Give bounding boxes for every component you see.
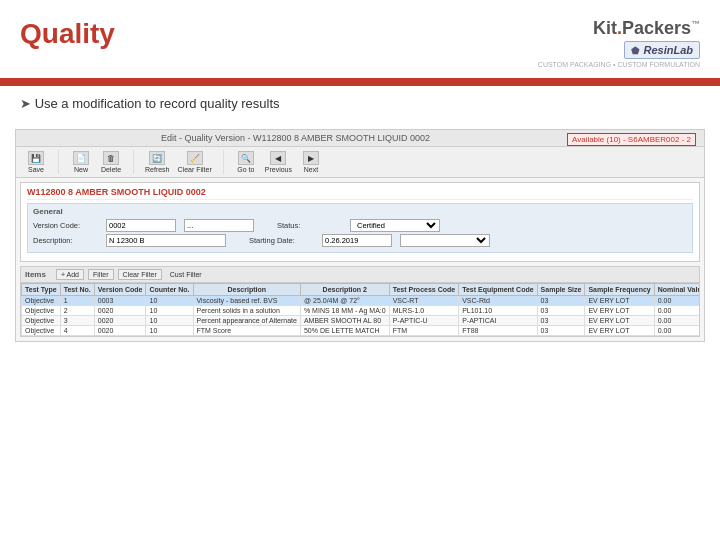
table-cell: Viscosity - based ref. BVS [193,296,300,306]
toolbar-refresh-group: 🔄 Refresh 🧹 Clear Filter [142,150,224,174]
subtitle-text: Use a modification to record quality res… [20,96,700,111]
table-cell: FTM Score [193,326,300,336]
table-cell: Objective [22,316,61,326]
toolbar-row-edit: 📄 New 🗑 Delete [67,150,125,174]
items-title: Items [25,270,46,279]
table-cell: 03 [537,326,585,336]
delete-button[interactable]: 🗑 Delete [97,150,125,174]
table-container: Test Type Test No. Version Code Counter … [21,283,699,336]
table-cell: FTM [389,326,459,336]
items-table: Test Type Test No. Version Code Counter … [21,283,699,336]
toolbar-row-save: 💾 Save [22,150,50,174]
form-title: W112800 8 AMBER SMOOTH LIQUID 0002 [27,187,693,200]
status-select[interactable]: Certified [350,219,440,232]
general-section: General Version Code: Status: Certified … [27,203,693,253]
logo-resin-badge: ⬟ ResinLab [624,41,700,59]
previous-button[interactable]: ◀ Previous [262,150,295,174]
table-row[interactable]: Objective3002010Percent appearance of Al… [22,316,700,326]
general-title: General [33,207,687,216]
items-toolbar: Items + Add Filter Clear Filter Cust Fil… [21,267,699,283]
table-cell: EV ERY LOT [585,326,654,336]
col-version-code: Version Code [94,284,146,296]
col-counter-no: Counter No. [146,284,193,296]
col-nominal: Nominal Value [654,284,699,296]
edit-header-title: Edit - Quality Version - W112800 8 AMBER… [161,133,430,143]
table-cell: 0.00 [654,326,699,336]
clear-filter-button[interactable]: 🧹 Clear Filter [175,150,215,174]
form-area: W112800 8 AMBER SMOOTH LIQUID 0002 Gener… [20,182,700,262]
table-cell: FT88 [459,326,537,336]
page-title: Quality [20,18,115,50]
table-cell: 4 [60,326,94,336]
new-button[interactable]: 📄 New [67,150,95,174]
next-button[interactable]: ▶ Next [297,150,325,174]
table-cell: 10 [146,316,193,326]
col-description: Description [193,284,300,296]
table-row[interactable]: Objective1000310Viscosity - based ref. B… [22,296,700,306]
table-cell: 0.00 [654,296,699,306]
date-select[interactable] [400,234,490,247]
starting-date-label: Starting Date: [249,236,314,245]
items-section: Items + Add Filter Clear Filter Cust Fil… [20,266,700,337]
col-test-no: Test No. [60,284,94,296]
table-cell: P-APTICAI [459,316,537,326]
version-code-input[interactable] [106,219,176,232]
description-input[interactable] [106,234,226,247]
top-section: Quality Kit.Packers™ ⬟ ResinLab CUSTOM P… [0,0,720,78]
main-content: Available (10) - S6AMBER002 - 2 Edit - Q… [15,129,705,342]
table-cell: 0.00 [654,316,699,326]
clear-filter-items-button[interactable]: Clear Filter [118,269,162,280]
delete-icon: 🗑 [103,151,119,165]
subtitle-section: Use a modification to record quality res… [0,86,720,119]
table-row[interactable]: Objective2002010Percent solids in a solu… [22,306,700,316]
table-cell: Objective [22,296,61,306]
table-cell: 10 [146,296,193,306]
filter-button[interactable]: Filter [88,269,114,280]
table-cell: 50% DE LETTE MATCH [300,326,389,336]
table-cell: 3 [60,316,94,326]
table-cell: EV ERY LOT [585,296,654,306]
table-cell: 0020 [94,306,146,316]
resin-label: ResinLab [643,44,693,56]
save-icon: 💾 [28,151,44,165]
table-cell: P-APTIC-U [389,316,459,326]
red-bar [0,78,720,86]
starting-date-input[interactable] [322,234,392,247]
new-icon: 📄 [73,151,89,165]
table-cell: 10 [146,306,193,316]
previous-icon: ◀ [270,151,286,165]
logo-kit: Kit [593,18,617,38]
table-cell: EV ERY LOT [585,306,654,316]
form-row-description: Description: Starting Date: [33,234,687,247]
status-badge: Available (10) - S6AMBER002 - 2 [567,133,696,146]
table-cell: % MINS 18 MM - Ag MA:0 [300,306,389,316]
version-dots-input[interactable] [184,219,254,232]
refresh-button[interactable]: 🔄 Refresh [142,150,173,174]
logo: Kit.Packers™ [593,18,700,39]
refresh-icon: 🔄 [149,151,165,165]
table-cell: 10 [146,326,193,336]
table-cell: 03 [537,306,585,316]
table-cell: 2 [60,306,94,316]
table-cell: 03 [537,296,585,306]
save-button[interactable]: 💾 Save [22,150,50,174]
toolbar-row-refresh: 🔄 Refresh 🧹 Clear Filter [142,150,215,174]
form-row-version: Version Code: Status: Certified [33,219,687,232]
next-icon: ▶ [303,151,319,165]
status-label: Status: [277,221,342,230]
version-code-label: Version Code: [33,221,98,230]
table-cell: 0.00 [654,306,699,316]
table-row[interactable]: Objective4002010FTM Score50% DE LETTE MA… [22,326,700,336]
table-cell: VSC-RT [389,296,459,306]
goto-button[interactable]: 🔍 Go to [232,150,260,174]
clear-filter-icon: 🧹 [187,151,203,165]
logo-area: Kit.Packers™ ⬟ ResinLab CUSTOM PACKAGING… [538,18,700,68]
logo-tagline: CUSTOM PACKAGING • CUSTOM FORMULATION [538,61,700,68]
col-description2: Description 2 [300,284,389,296]
add-item-button[interactable]: + Add [56,269,84,280]
col-sample-size: Sample Size [537,284,585,296]
col-equipment-code: Test Equipment Code [459,284,537,296]
toolbar: 💾 Save 📄 New 🗑 Delete 🔄 [16,147,704,178]
goto-icon: 🔍 [238,151,254,165]
col-process-code: Test Process Code [389,284,459,296]
